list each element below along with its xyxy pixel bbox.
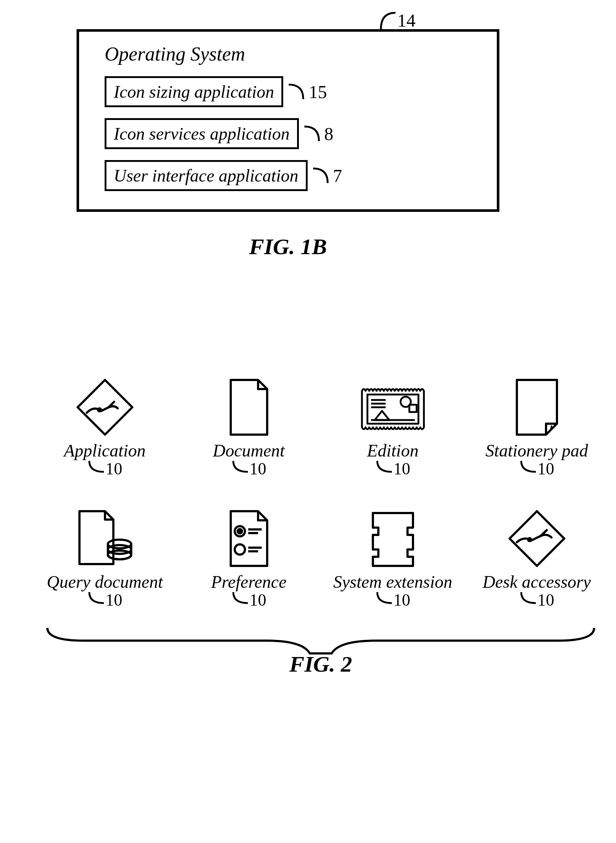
- page-container: 14 Operating System Icon sizing applicat…: [15, 29, 601, 677]
- callout-arc-icon: [375, 590, 394, 605]
- icon-label: Application: [40, 441, 170, 461]
- ref-number: 10: [250, 590, 267, 609]
- edition-icon: [358, 383, 428, 438]
- icon-cell-query-document: Query document 10: [40, 500, 170, 609]
- callout-arc-icon: [519, 590, 538, 605]
- svg-point-17: [235, 544, 245, 555]
- ref-number: 10: [106, 459, 122, 478]
- callout-arc-icon: [88, 590, 106, 605]
- ref-number: 10: [106, 590, 122, 609]
- callout-arc-icon: [375, 459, 394, 474]
- fig2-wrapper: Application 10 Document: [40, 369, 601, 677]
- callout-1: 8: [302, 123, 333, 144]
- icon-label: Preference: [184, 573, 314, 592]
- os-box-callout: 14: [379, 9, 415, 31]
- ref-number: 10: [538, 590, 554, 609]
- stationery-pad-icon: [510, 376, 564, 438]
- application-icon: [74, 376, 136, 438]
- svg-point-21: [528, 538, 531, 541]
- svg-rect-7: [409, 405, 417, 412]
- ref-10: 10: [88, 459, 122, 478]
- desk-accessory-icon: [506, 508, 568, 570]
- ref-10: 10: [375, 590, 411, 609]
- ref-10: 10: [519, 459, 554, 478]
- icon-cell-application: Application 10: [40, 369, 170, 478]
- callout-arc-icon: [287, 83, 309, 101]
- icon-label: Query document: [40, 573, 170, 592]
- svg-point-1: [98, 408, 101, 411]
- callout-arc-icon: [379, 9, 397, 31]
- fig1b-wrapper: 14 Operating System Icon sizing applicat…: [76, 29, 499, 212]
- icon-cell-preference: Preference 10: [184, 500, 314, 609]
- svg-marker-0: [78, 380, 132, 435]
- os-title: Operating System: [105, 43, 482, 65]
- callout-2: 7: [311, 165, 342, 187]
- icon-cell-document: Document 10: [184, 369, 314, 478]
- ref-10: 10: [375, 459, 411, 478]
- callout-arc-icon: [302, 125, 324, 143]
- ref-number: 7: [333, 165, 342, 187]
- callout-arc-icon: [232, 459, 250, 474]
- app-row-2: User interface application 7: [105, 160, 482, 191]
- icon-cell-edition: Edition 10: [328, 369, 458, 478]
- icon-label: Document: [184, 441, 314, 461]
- icon-sizing-app-box: Icon sizing application: [105, 76, 283, 107]
- user-interface-app-box: User interface application: [105, 160, 308, 191]
- callout-arc-icon: [519, 459, 538, 474]
- icon-label: Stationery pad: [472, 441, 601, 461]
- icon-label: Edition: [328, 441, 458, 461]
- ref-number: 15: [309, 81, 327, 103]
- fig1b-caption: FIG. 1B: [76, 234, 499, 260]
- svg-point-14: [238, 529, 242, 533]
- icon-label: System extension: [328, 573, 458, 592]
- ref-10: 10: [232, 590, 267, 609]
- ref-number: 10: [394, 459, 411, 478]
- app-row-0: Icon sizing application 15: [105, 76, 482, 107]
- ref-10: 10: [232, 459, 267, 478]
- os-box-ref-number: 14: [397, 10, 415, 31]
- icon-label: Desk accessory: [472, 573, 601, 592]
- svg-marker-8: [375, 411, 389, 420]
- ref-number: 10: [394, 590, 411, 609]
- icon-cell-system-extension: System extension 10: [328, 500, 458, 609]
- system-extension-icon: [365, 508, 420, 570]
- operating-system-box: Operating System Icon sizing application…: [76, 29, 499, 212]
- ref-number: 10: [250, 459, 267, 478]
- icon-cell-stationery-pad: Stationery pad 10: [472, 369, 601, 478]
- callout-0: 15: [287, 81, 327, 103]
- query-document-icon: [74, 508, 136, 570]
- callout-arc-icon: [88, 459, 106, 474]
- callout-arc-icon: [232, 590, 250, 605]
- ref-number: 10: [538, 459, 554, 478]
- ref-10: 10: [519, 590, 554, 609]
- icon-grid: Application 10 Document: [40, 369, 601, 609]
- ref-number: 8: [324, 123, 333, 144]
- preference-icon: [223, 508, 274, 570]
- ref-10: 10: [88, 590, 122, 609]
- app-row-1: Icon services application 8: [105, 118, 482, 149]
- icon-services-app-box: Icon services application: [105, 118, 299, 149]
- icon-cell-desk-accessory: Desk accessory 10: [472, 500, 601, 609]
- document-icon: [223, 376, 274, 438]
- callout-arc-icon: [311, 167, 333, 185]
